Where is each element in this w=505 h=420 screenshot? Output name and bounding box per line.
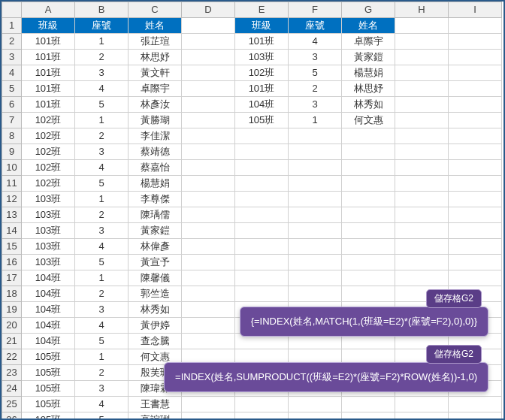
cell[interactable] [395,270,449,286]
cell[interactable] [235,160,289,176]
cell[interactable] [342,286,395,302]
cell[interactable] [182,160,235,176]
name-cell[interactable]: 蔡靖德 [129,144,182,160]
name-cell[interactable]: 黃伊婷 [129,318,182,334]
class-cell[interactable]: 105班 [22,349,75,365]
cell[interactable] [449,397,502,412]
cell[interactable] [395,255,449,270]
cell[interactable] [182,318,235,334]
class-cell[interactable]: 104班 [22,302,75,318]
row-header[interactable]: 20 [2,318,22,334]
column-header[interactable]: I [449,2,502,18]
cell[interactable] [182,286,235,302]
cell[interactable] [395,128,449,144]
seat-cell[interactable]: 5 [75,176,129,192]
cell[interactable] [182,334,235,349]
cell[interactable] [342,192,395,207]
cell[interactable] [395,397,449,412]
lookup-class[interactable]: 101班 [235,34,289,50]
lookup-seat[interactable]: 5 [289,65,342,81]
row-header[interactable]: 1 [2,18,22,34]
seat-cell[interactable]: 4 [75,397,129,412]
name-cell[interactable]: 李佳潔 [129,128,182,144]
row-header[interactable]: 18 [2,286,22,302]
column-header[interactable]: C [129,2,182,18]
row-header[interactable]: 7 [2,113,22,128]
name-cell[interactable]: 林秀如 [129,302,182,318]
seat-cell[interactable]: 5 [75,97,129,113]
cell[interactable] [395,18,449,34]
cell[interactable] [289,223,342,239]
row-header[interactable]: 6 [2,97,22,113]
name-cell[interactable]: 卓際宇 [129,81,182,97]
cell[interactable] [395,160,449,176]
name-cell[interactable]: 楊慧娟 [129,176,182,192]
column-header[interactable]: G [342,2,395,18]
cell[interactable] [182,176,235,192]
lookup-class[interactable]: 101班 [235,81,289,97]
cell[interactable] [289,192,342,207]
cell[interactable] [342,207,395,223]
cell[interactable] [289,412,342,421]
cell[interactable] [395,207,449,223]
cell[interactable] [449,65,502,81]
row-header[interactable]: 21 [2,334,22,349]
cell[interactable] [449,270,502,286]
lookup-name[interactable]: 林秀如 [342,97,395,113]
name-cell[interactable]: 王書慧 [129,397,182,412]
row-header[interactable]: 9 [2,144,22,160]
cell[interactable] [235,128,289,144]
row-header[interactable]: 14 [2,223,22,239]
cell[interactable] [235,397,289,412]
cell[interactable] [342,270,395,286]
cell[interactable] [182,223,235,239]
cell[interactable] [342,255,395,270]
lookup-class[interactable]: 104班 [235,97,289,113]
cell[interactable] [342,144,395,160]
row-header[interactable]: 10 [2,160,22,176]
row-header[interactable]: 22 [2,349,22,365]
cell[interactable] [342,176,395,192]
cell[interactable] [395,239,449,255]
row-header[interactable]: 15 [2,239,22,255]
cell[interactable] [449,176,502,192]
cell[interactable] [182,397,235,412]
cell[interactable] [395,412,449,421]
cell[interactable] [395,176,449,192]
cell[interactable] [182,34,235,50]
seat-cell[interactable]: 1 [75,34,129,50]
class-cell[interactable]: 102班 [22,160,75,176]
cell[interactable] [449,34,502,50]
cell[interactable] [395,81,449,97]
lookup-seat[interactable]: 4 [289,34,342,50]
cell[interactable] [235,192,289,207]
cell[interactable] [449,160,502,176]
lookup-header[interactable]: 姓名 [342,18,395,34]
class-cell[interactable]: 105班 [22,397,75,412]
class-cell[interactable]: 104班 [22,318,75,334]
cell[interactable] [289,176,342,192]
name-cell[interactable]: 黃宣予 [129,255,182,270]
class-cell[interactable]: 103班 [22,223,75,239]
cell[interactable] [395,34,449,50]
cell[interactable] [289,397,342,412]
class-cell[interactable]: 102班 [22,144,75,160]
name-cell[interactable]: 黃勝瑚 [129,113,182,128]
seat-cell[interactable]: 3 [75,65,129,81]
column-header[interactable]: D [182,2,235,18]
class-cell[interactable]: 105班 [22,365,75,381]
seat-cell[interactable]: 3 [75,381,129,397]
name-cell[interactable]: 查念騰 [129,334,182,349]
cell[interactable] [449,113,502,128]
lookup-class[interactable]: 102班 [235,65,289,81]
cell[interactable] [449,128,502,144]
row-header[interactable]: 17 [2,270,22,286]
cell[interactable] [182,412,235,421]
cell[interactable] [289,144,342,160]
lookup-name[interactable]: 林思妤 [342,81,395,97]
table-header[interactable]: 姓名 [129,18,182,34]
cell[interactable] [395,50,449,65]
name-cell[interactable]: 黃家鎧 [129,223,182,239]
cell[interactable] [235,270,289,286]
row-header[interactable]: 25 [2,397,22,412]
